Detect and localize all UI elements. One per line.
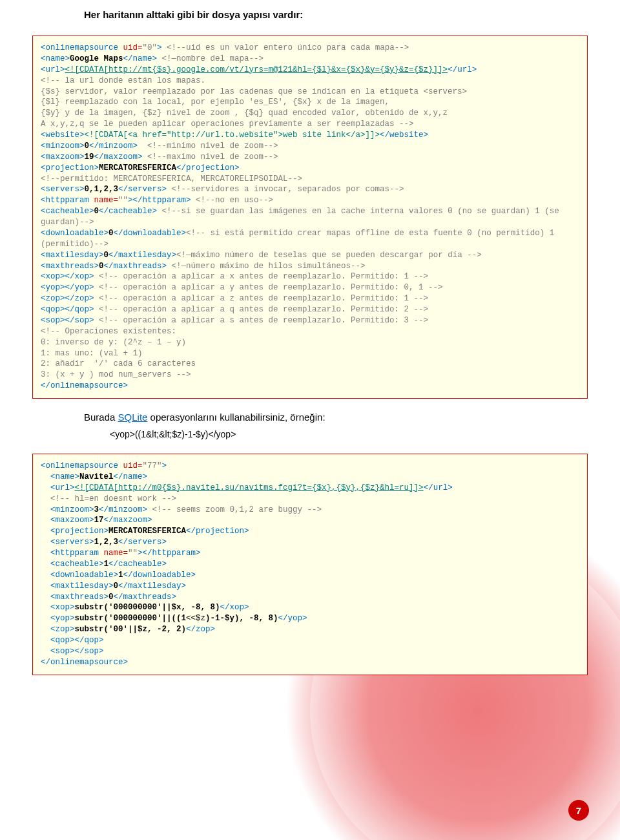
sqlite-link[interactable]: SQLite [118, 412, 148, 423]
code-block-2: <onlinemapsource uid="77"> <name>Navitel… [32, 454, 588, 675]
mid-paragraph: Burada SQLite operasyonlarını kullanabil… [84, 412, 588, 423]
section-heading: Her haritanın alttaki gibi bir dosya yap… [84, 9, 588, 20]
page-number-badge: 7 [568, 800, 589, 821]
code-block-1: <onlinemapsource uid="0"> <!--uid es un … [32, 36, 588, 399]
page-content: Her haritanın alttaki gibi bir dosya yap… [0, 0, 620, 714]
yop-example: <yop>((1&lt;&lt;$z)-1-$y)</yop> [110, 429, 588, 439]
